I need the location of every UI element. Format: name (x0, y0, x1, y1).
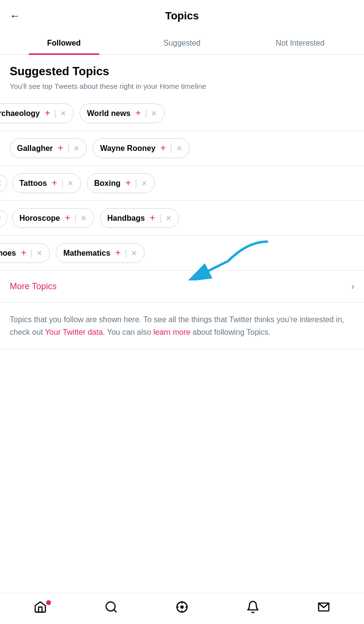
topic-pill-boxing[interactable]: Boxing + | ✕ (87, 173, 155, 193)
horoscope-remove[interactable]: ✕ (81, 214, 87, 223)
handbags-remove[interactable]: ✕ (165, 214, 172, 223)
world-news-remove[interactable]: ✕ (151, 109, 157, 118)
tab-not-interested[interactable]: Not Interested (241, 32, 359, 54)
more-topics-row[interactable]: More Topics › (0, 271, 364, 303)
topic-pill-mathematics[interactable]: Mathematics + | ✕ (56, 243, 144, 263)
nav-messages[interactable] (309, 598, 338, 620)
mathematics-add[interactable]: + (115, 247, 121, 259)
home-notification-dot (46, 600, 51, 605)
topic-row-5: Shoes + | ✕ Mathematics + | ✕ (0, 236, 364, 271)
info-text-section: Topics that you follow are shown here. T… (0, 303, 364, 349)
tattoos-add[interactable]: + (52, 178, 58, 189)
horoscope-add[interactable]: + (65, 213, 71, 224)
info-text-middle: . You can also (103, 328, 153, 336)
twitter-data-link[interactable]: Your Twitter data (45, 328, 103, 336)
handbags-add[interactable]: + (149, 213, 155, 224)
wayne-rooney-add[interactable]: + (160, 143, 166, 154)
svg-point-4 (181, 606, 184, 609)
back-button[interactable]: ← (10, 8, 24, 24)
boxing-remove[interactable]: ✕ (141, 179, 148, 188)
topic-row-2: Gallagher + | ✕ Wayne Rooney + | ✕ (0, 131, 364, 166)
topic-pill-world-news[interactable]: World news + | ✕ (80, 103, 165, 123)
shoes-add[interactable]: + (21, 247, 27, 259)
learn-more-link[interactable]: learn more (153, 328, 190, 336)
suggested-section: Suggested Topics You'll see top Tweets a… (0, 55, 364, 96)
nav-spaces[interactable] (167, 598, 197, 620)
bottom-nav (0, 593, 364, 624)
topic-pill-handbags[interactable]: Handbags + | ✕ (100, 208, 179, 228)
tabs-bar: Followed Suggested Not Interested (0, 32, 364, 55)
home-icon (33, 600, 47, 617)
topic-pill-archaeology[interactable]: Archaeology + | ✕ (0, 103, 74, 123)
topic-pill-gallagher[interactable]: Gallagher + | ✕ (10, 138, 87, 158)
notifications-icon (246, 600, 260, 617)
world-news-add[interactable]: + (135, 108, 141, 119)
boxing-add[interactable]: + (125, 178, 131, 189)
partial-pill-left-row4: ✕ (0, 210, 7, 227)
archaeology-add[interactable]: + (45, 108, 50, 119)
archaeology-remove[interactable]: ✕ (60, 109, 66, 118)
topic-row-1: Archaeology + | ✕ World news + | ✕ (0, 96, 364, 131)
tab-suggested[interactable]: Suggested (123, 32, 241, 54)
svg-line-2 (114, 609, 116, 612)
tab-followed[interactable]: Followed (5, 32, 123, 54)
suggested-description: You'll see top Tweets about these right … (10, 81, 354, 91)
suggested-title: Suggested Topics (10, 65, 354, 78)
topic-pill-tattoos[interactable]: Tattoos + | ✕ (12, 173, 81, 193)
more-topics-label: More Topics (10, 281, 57, 292)
nav-home[interactable] (26, 598, 55, 620)
more-topics-chevron: › (351, 281, 354, 292)
nav-search[interactable] (97, 598, 126, 620)
tattoos-remove[interactable]: ✕ (67, 179, 74, 188)
topics-wrapper: Archaeology + | ✕ World news + | ✕ Galla… (0, 96, 364, 271)
topic-pill-horoscope[interactable]: Horoscope + | ✕ (12, 208, 94, 228)
shoes-remove[interactable]: ✕ (36, 249, 43, 258)
topic-pill-shoes[interactable]: Shoes + | ✕ (0, 243, 50, 263)
search-icon (104, 600, 118, 617)
partial-pill-left-row3: ✕ (0, 175, 7, 192)
nav-notifications[interactable] (238, 598, 267, 620)
topic-row-3: ✕ Tattoos + | ✕ Boxing + | ✕ (0, 166, 364, 201)
topic-pill-wayne-rooney[interactable]: Wayne Rooney + | ✕ (93, 138, 189, 158)
topic-row-4: ✕ Horoscope + | ✕ Handbags + | ✕ (0, 201, 364, 236)
bottom-spacer (0, 349, 364, 383)
gallagher-remove[interactable]: ✕ (73, 144, 80, 153)
wayne-rooney-remove[interactable]: ✕ (176, 144, 182, 153)
info-text-after: about following Topics. (190, 328, 270, 336)
header: ← Topics (0, 0, 364, 32)
gallagher-add[interactable]: + (58, 143, 64, 154)
mathematics-remove[interactable]: ✕ (131, 249, 137, 258)
spaces-icon (175, 600, 189, 617)
messages-icon (317, 600, 331, 617)
page-title: Topics (165, 10, 199, 22)
